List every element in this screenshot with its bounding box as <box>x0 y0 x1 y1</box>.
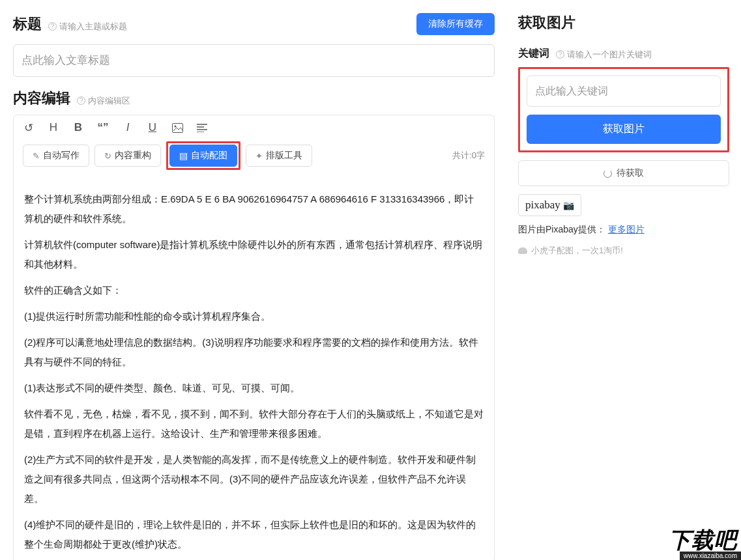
editor-paragraph: (2)生产方式不同的软件是开发，是人类智能的高发挥，而不是传统意义上的硬件制造。… <box>24 450 484 509</box>
spinner-icon <box>603 169 612 178</box>
wand-icon: ✦ <box>255 151 263 161</box>
editor-paragraph: (1)表达形式不同的硬件类型、颜色、味道、可见、可摸、可闻。 <box>24 378 484 398</box>
get-image-title: 获取图片 <box>518 13 729 33</box>
editor-body[interactable]: 整个计算机系统由两部分组成：E.69DA 5 E 6 BA 9062616964… <box>13 178 495 560</box>
keyword-label: 关键词 <box>518 47 549 61</box>
more-images-link[interactable]: 更多图片 <box>608 224 645 234</box>
editor-paragraph: 软件看不见，无色，枯燥，看不见，摸不到，闻不到。软件大部分存在于人们的头脑或纸上… <box>24 404 484 443</box>
article-title-input[interactable] <box>13 44 495 77</box>
layout-tool-button[interactable]: ✦ 排版工具 <box>246 145 312 167</box>
keyword-input[interactable] <box>527 76 721 107</box>
heading-icon[interactable]: H <box>48 122 59 133</box>
fetch-image-button[interactable]: 获取图片 <box>527 115 721 144</box>
clear-cache-button[interactable]: 清除所有缓存 <box>416 13 495 35</box>
keyword-highlight: 获取图片 <box>518 67 729 152</box>
char-count: 共计:0字 <box>452 150 485 161</box>
undo-icon[interactable]: ↺ <box>23 122 35 133</box>
title-hint: ? 请输入主题或标题 <box>48 21 127 33</box>
info-icon: ? <box>48 22 57 31</box>
footer-note: 小虎子配图，一次1淘币! <box>518 245 729 257</box>
editor-paragraph: (4)维护不同的硬件是旧的，理论上软件是旧的，并不坏，但实际上软件也是旧的和坏的… <box>24 515 484 554</box>
keyword-hint: ? 请输入一个图片关键词 <box>556 49 652 61</box>
auto-write-button[interactable]: ✎ 自动写作 <box>23 145 89 167</box>
title-section-label: 标题 <box>13 14 42 34</box>
svg-point-1 <box>174 125 176 127</box>
camera-icon: 📷 <box>563 201 574 210</box>
underline-icon[interactable]: U <box>147 122 158 133</box>
content-hint: ? 内容编辑区 <box>77 95 130 107</box>
info-icon: ? <box>77 96 85 105</box>
pending-status-button[interactable]: 待获取 <box>518 160 729 186</box>
editor-paragraph: (2)程序可以满意地处理信息的数据结构。(3)说明程序功能要求和程序需要的文档的… <box>24 333 484 372</box>
quote-icon[interactable]: “” <box>97 122 109 133</box>
italic-icon[interactable]: I <box>122 122 134 133</box>
pixabay-badge: pixabay 📷 <box>518 194 581 216</box>
coin-icon <box>518 247 527 254</box>
info-icon: ? <box>556 50 564 59</box>
editor-paragraph: (1)提供运行时所需功能和性能的命令或计算机程序集合。 <box>24 307 484 326</box>
pencil-icon: ✎ <box>33 151 40 161</box>
watermark: 下载吧 www.xiazaiba.com <box>650 514 741 560</box>
image-credit: 图片由Pixabay提供： 更多图片 <box>518 224 729 236</box>
editor-paragraph: 计算机软件(computer software)是指计算机系统中除硬件以外的所有… <box>24 235 484 274</box>
auto-image-highlight: ▤ 自动配图 <box>166 141 240 170</box>
align-icon[interactable] <box>196 122 208 133</box>
auto-image-button[interactable]: ▤ 自动配图 <box>169 145 237 167</box>
refresh-icon: ↻ <box>104 151 111 161</box>
layers-icon: ▤ <box>179 150 188 161</box>
editor-paragraph: 软件的正确含义如下： <box>24 281 484 300</box>
editor-paragraph: 整个计算机系统由两部分组成：E.69DA 5 E 6 BA 9062616964… <box>24 189 484 229</box>
restructure-button[interactable]: ↻ 内容重构 <box>94 145 161 167</box>
bold-icon[interactable]: B <box>72 122 84 133</box>
image-icon[interactable] <box>171 122 183 133</box>
editor-toolbar: ↺ H B “” I U ✎ 自动写作 ↻ 内容重构 ▤ <box>13 115 495 178</box>
content-section-label: 内容编辑 <box>13 89 70 108</box>
svg-rect-0 <box>172 123 182 132</box>
